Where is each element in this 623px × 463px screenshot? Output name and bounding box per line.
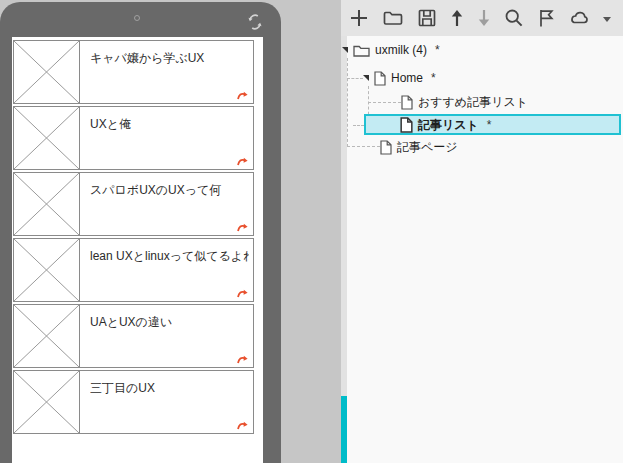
wireframe-list-item[interactable]: UAとUXの違い xyxy=(13,304,254,368)
tree-item-home[interactable]: Home * xyxy=(363,68,436,88)
list-item-title: スパロボUXのUXって何 xyxy=(90,182,249,199)
tree-item-label: おすすめ記事リスト xyxy=(418,94,528,111)
design-canvas: キャバ嬢から学ぶUX UXと俺 スパロボUXのUXって何 xyxy=(0,0,341,463)
list-item-title: キャバ嬢から学ぶUX xyxy=(90,50,249,67)
flag-icon[interactable] xyxy=(537,8,555,28)
list-item-title: 三丁目のUX xyxy=(90,380,249,397)
tree-item-uxmilk[interactable]: uxmilk (4) * xyxy=(342,40,440,60)
image-placeholder-icon xyxy=(14,107,80,169)
link-hotspot-icon[interactable] xyxy=(237,289,248,298)
link-hotspot-icon[interactable] xyxy=(237,157,248,166)
link-hotspot-icon[interactable] xyxy=(237,355,248,364)
link-hotspot-icon[interactable] xyxy=(237,223,248,232)
rotate-device-icon[interactable] xyxy=(246,13,264,31)
page-icon xyxy=(380,140,392,155)
wireframe-list-item[interactable]: UXと俺 xyxy=(13,106,254,170)
wireframe-list-item[interactable]: lean UXとlinuxって似てるよね xyxy=(13,238,254,302)
modified-asterisk: * xyxy=(431,71,436,85)
link-hotspot-icon[interactable] xyxy=(237,91,248,100)
tree-item-label: 記事リスト xyxy=(418,117,479,134)
phone-mockup-frame: キャバ嬢から学ぶUX UXと俺 スパロボUXのUXって何 xyxy=(0,2,281,463)
search-icon[interactable] xyxy=(504,8,524,28)
move-up-icon[interactable] xyxy=(450,8,464,28)
wireframe-list-item[interactable]: キャバ嬢から学ぶUX xyxy=(13,40,254,104)
save-icon[interactable] xyxy=(417,8,437,28)
screen-tree-toolbar xyxy=(341,0,623,36)
wireframe-list-item[interactable]: スパロボUXのUXって何 xyxy=(13,172,254,236)
tree-connector xyxy=(347,78,363,79)
tree-connector xyxy=(368,102,401,103)
image-placeholder-icon xyxy=(14,239,80,301)
tree-item-label: 記事ページ xyxy=(397,139,458,156)
move-down-icon[interactable] xyxy=(477,8,491,28)
phone-camera-icon xyxy=(134,15,140,21)
dropdown-caret-icon[interactable] xyxy=(603,15,611,22)
wireframe-list-item[interactable]: 三丁目のUX xyxy=(13,370,254,434)
expander-icon[interactable] xyxy=(342,47,348,53)
tree-item-label: uxmilk (4) xyxy=(375,43,427,57)
list-item-title: UXと俺 xyxy=(90,116,249,133)
tree-item-label: Home xyxy=(391,71,423,85)
tree-connector xyxy=(353,125,364,126)
phone-screen: キャバ嬢から学ぶUX UXと俺 スパロボUXのUXって何 xyxy=(12,37,263,463)
page-icon xyxy=(400,117,413,133)
add-icon[interactable] xyxy=(349,8,369,28)
list-item-title: lean UXとlinuxって似てるよね xyxy=(90,248,249,265)
modified-asterisk: * xyxy=(435,43,440,57)
image-placeholder-icon xyxy=(14,173,80,235)
list-item-title: UAとUXの違い xyxy=(90,314,249,331)
tree-item-osusume-list[interactable]: おすすめ記事リスト xyxy=(401,92,528,112)
page-icon xyxy=(401,95,413,110)
folder-icon[interactable] xyxy=(382,8,404,28)
tree-item-kiji-list-selected[interactable]: 記事リスト * xyxy=(400,115,492,135)
cloud-sync-icon[interactable] xyxy=(568,8,590,28)
page-icon xyxy=(374,71,386,86)
image-placeholder-icon xyxy=(14,305,80,367)
image-placeholder-icon xyxy=(14,371,80,433)
tree-item-kiji-page[interactable]: 記事ページ xyxy=(380,137,458,157)
modified-asterisk: * xyxy=(487,118,492,132)
folder-icon xyxy=(353,44,370,57)
panel-divider-accent[interactable] xyxy=(341,396,347,463)
expander-icon[interactable] xyxy=(363,75,369,81)
image-placeholder-icon xyxy=(14,41,80,103)
tree-connector xyxy=(347,146,380,147)
tree-connector xyxy=(347,58,348,147)
link-hotspot-icon[interactable] xyxy=(237,421,248,430)
